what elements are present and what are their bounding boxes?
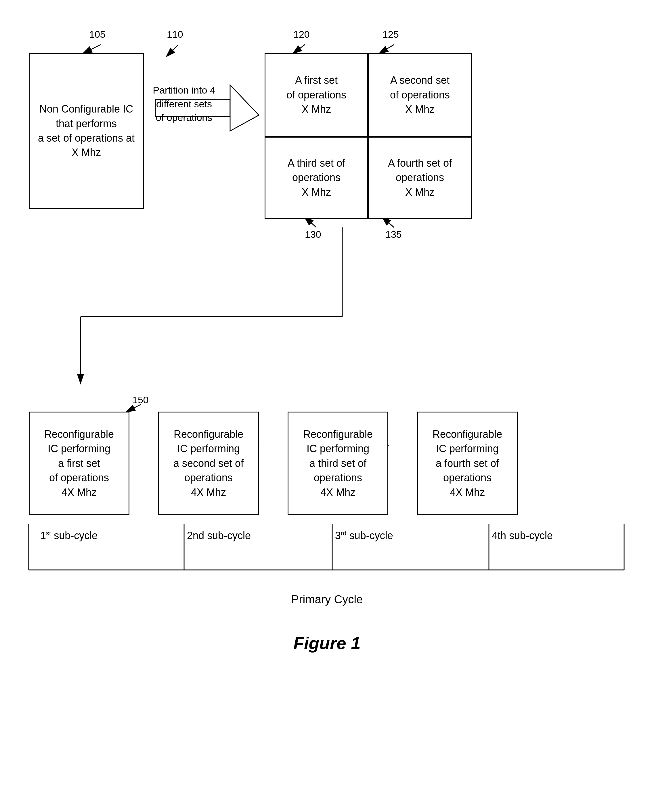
reconfig3-box: ReconfigurableIC performinga third set o… [287,412,388,515]
svg-line-4 [293,44,305,53]
ref150-label: 150 [132,394,149,406]
first-set-text: A first setof operationsX Mhz [286,73,346,116]
reconfig1-text: ReconfigurableIC performinga first setof… [44,427,114,500]
ref130-label: 130 [305,229,321,240]
fourth-set-text: A fourth set ofoperationsX Mhz [388,156,452,199]
reconfig4-box: ReconfigurableIC performinga fourth set … [417,412,518,515]
second-set-text: A second setof operationsX Mhz [390,73,450,116]
svg-line-9 [382,217,394,227]
subcycle1-label: 1st sub-cycle [40,530,98,542]
reconfig3-text: ReconfigurableIC performinga third set o… [303,427,373,500]
reconfig2-box: ReconfigurableIC performinga second set … [158,412,259,515]
ref110-label: 110 [167,29,183,40]
figure-title: Figure 1 [0,633,654,653]
subcycle4-label: 4th sub-cycle [492,530,553,542]
ref135-label: 135 [385,229,402,240]
reconfig2-text: ReconfigurableIC performinga second set … [173,427,244,500]
third-set-text: A third set ofoperationsX Mhz [287,156,345,199]
svg-line-2 [83,44,101,53]
svg-marker-7 [230,85,259,131]
third-set-box: A third set ofoperationsX Mhz [264,137,368,219]
ref105-label: 105 [89,29,105,40]
ref120-label: 120 [293,29,310,40]
ref125-label: 125 [382,29,399,40]
first-set-box: A first setof operationsX Mhz [264,53,368,137]
partition-arrow-label: Partition into 4 different sets of opera… [153,83,216,125]
non-config-ic-text: Non Configurable IC that performsa set o… [30,102,143,160]
fourth-set-box: A fourth set ofoperationsX Mhz [368,137,472,219]
second-set-box: A second setof operationsX Mhz [368,53,472,137]
reconfig1-box: ReconfigurableIC performinga first setof… [29,412,130,515]
subcycle2-label: 2nd sub-cycle [187,530,251,542]
svg-line-3 [167,44,178,56]
svg-line-5 [380,44,394,53]
primary-cycle-label: Primary Cycle [0,593,654,606]
reconfig4-text: ReconfigurableIC performinga fourth set … [432,427,502,500]
svg-line-8 [305,217,316,227]
subcycle3-label: 3rd sub-cycle [335,530,393,542]
non-config-ic-box: Non Configurable IC that performsa set o… [29,53,144,209]
